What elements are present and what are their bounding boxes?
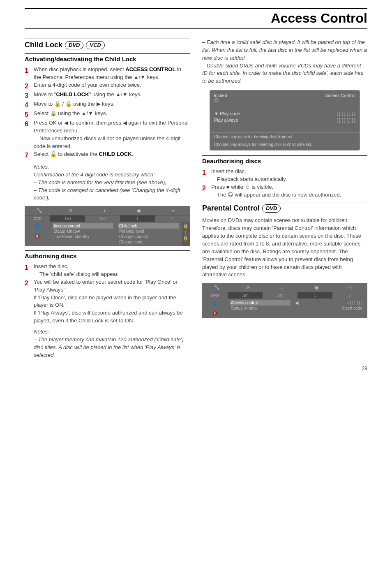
- arrow-icon: ⇨: [333, 283, 367, 292]
- menu-item-status-window: Status window: [230, 306, 291, 311]
- menu-item-access-control: Access control: [230, 300, 291, 306]
- notes-a-3: – The code is changed or cancelled (see …: [34, 187, 190, 202]
- track-icon: ♪: [265, 283, 299, 292]
- steps-activating: 1When disc playback is stopped, select A…: [25, 66, 190, 160]
- menu-left-icons: 👤 🔇: [202, 299, 228, 318]
- section-child-lock-heading: Child Lock DVD VCD: [25, 39, 190, 49]
- page-header-title: Access Control: [25, 11, 367, 26]
- dialog-play-once: ▼ Play once: [214, 111, 240, 116]
- step-num: 3: [25, 91, 34, 100]
- osd-menu-parental: 🔧 ⎚ ♪ ◉ ⇨ DVD 1en 1en 1 2: [202, 283, 367, 318]
- sad-face-icon: ☹: [214, 98, 219, 103]
- code-entry-boxes: ▪ [ ] [ ] [ ]: [303, 300, 363, 306]
- step-num: 6: [25, 119, 34, 129]
- menu-item-country: Change country: [118, 234, 179, 239]
- header-underline: [25, 28, 367, 29]
- header-rule: [25, 8, 367, 9]
- code-boxes: [ ] [ ] [ ] [ ]: [337, 118, 355, 123]
- lock-icon: 🔒: [183, 223, 189, 229]
- tab-1en2: 1en: [263, 292, 297, 299]
- osd-dialog-locked: locked☹ Access Control ▼ Play once[ ] [ …: [210, 90, 360, 150]
- step-num: 5: [25, 110, 34, 119]
- menu-item-low-power: Low Power standby: [53, 234, 113, 239]
- left-arrow-icon: ◀: [293, 299, 300, 318]
- step-num: 7: [25, 150, 34, 160]
- dvd-badge: DVD: [65, 41, 83, 49]
- notes-a-2: – The code is entered for the very first…: [34, 179, 190, 187]
- dialog-foot-1: Choose play once for deleting disk from …: [214, 134, 355, 139]
- person-icon: 👤: [212, 301, 218, 306]
- dialog-title-right: Access Control: [325, 93, 355, 103]
- vcd-badge: VCD: [86, 41, 104, 49]
- notes-title-a: Notes:: [34, 163, 190, 171]
- tab-2: 2: [332, 292, 367, 299]
- cont-note-2: – Double-sided DVDs and multi-volume VCD…: [202, 62, 367, 86]
- tab-1en: 1en: [228, 292, 263, 299]
- steps-deauth: 1Insert the disc.Playback starts automat…: [202, 168, 367, 199]
- step-num: 2: [202, 183, 211, 193]
- child-lock-title: Child Lock: [25, 41, 62, 49]
- tv-icon: ⎚: [231, 283, 265, 292]
- osd-menu-access-control: 🔧 ⎚ ♪ ◉ ⇨ DVD 1en 1en 1 2: [25, 206, 190, 246]
- menu-item-child-lock: Child lock: [118, 223, 179, 229]
- dvd-badge: DVD: [262, 204, 281, 213]
- disc-icon: ◉: [299, 283, 333, 292]
- subhead-deauth: Deauthorising discs: [202, 155, 367, 164]
- menu-item-access-control: Access control: [53, 223, 113, 229]
- tab-1: 1: [120, 215, 155, 222]
- arrow-icon: ⇨: [156, 206, 190, 215]
- code-boxes: [ ] [ ] [ ] [ ]: [337, 111, 355, 116]
- step-num: 1: [202, 168, 211, 177]
- subhead-authorising: Authorising discs: [25, 250, 190, 259]
- step-num: 1: [25, 66, 34, 75]
- speaker-icon: 🔇: [35, 234, 40, 239]
- step-num: 4: [25, 100, 34, 110]
- speaker-icon: 🔇: [212, 310, 218, 316]
- dialog-title-locked: locked: [214, 93, 227, 98]
- notes-a-1: Confirmation of the 4-digit code is nece…: [34, 171, 190, 179]
- cont-note-1: – Each time a 'child safe' disc is playe…: [202, 39, 367, 62]
- notes-b-1: – The player memory can maintain 120 aut…: [34, 336, 190, 359]
- tab-1en2: 1en: [85, 215, 120, 222]
- disc-icon: ◉: [122, 206, 156, 215]
- dvd-label: DVD: [25, 215, 50, 222]
- tool-icon: 🔧: [202, 283, 231, 292]
- subhead-activating: Activating/deactivating the Child Lock: [25, 53, 190, 63]
- step-num: 2: [25, 81, 34, 91]
- dialog-play-always: Play always: [214, 118, 238, 123]
- tab-2: 2: [155, 215, 190, 222]
- menu-item-change-code: Change code: [118, 239, 179, 245]
- tv-icon: ⎚: [53, 206, 88, 215]
- section-parental-heading: Parental Control DVD: [202, 202, 367, 213]
- track-icon: ♪: [88, 206, 122, 215]
- dvd-icon: 🔧: [25, 206, 53, 215]
- menu-item-parental: Parental level: [118, 229, 179, 234]
- unlock-icon: 🔓: [183, 235, 189, 241]
- parental-paragraph: Movies on DVDs may contain scenes not su…: [202, 217, 367, 279]
- menu-item-status-window: Status window: [53, 229, 113, 234]
- step-num: 1: [25, 263, 34, 272]
- steps-authorising: 1Insert the disc.The 'child safe' dialog…: [25, 263, 190, 325]
- updown-icon: ↕: [184, 229, 187, 234]
- step-num: 2: [25, 278, 34, 288]
- tab-1en: 1en: [50, 215, 85, 222]
- parental-title: Parental Control: [202, 204, 260, 213]
- tab-1: 1: [297, 292, 332, 299]
- notes-title-b: Notes:: [34, 328, 190, 336]
- menu-left-icons: 👤 🔇: [25, 222, 50, 246]
- dvd-label: DVD: [202, 292, 228, 299]
- page-number: 29: [362, 366, 367, 371]
- person-icon: 👤: [35, 224, 40, 229]
- dialog-foot-2: Choose play always for inserting disk in…: [214, 142, 355, 147]
- insert-code-label: insert code: [303, 306, 363, 311]
